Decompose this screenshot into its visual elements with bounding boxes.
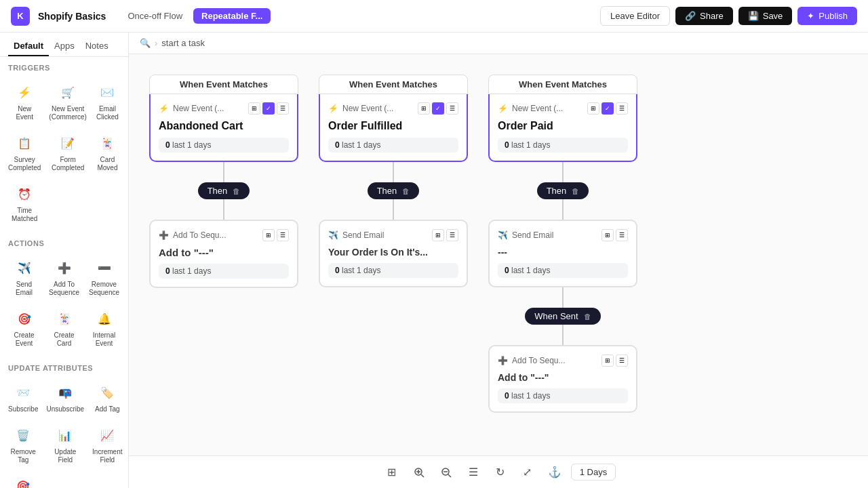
- svg-line-1: [421, 474, 424, 477]
- time-matched-icon: ⏰: [14, 183, 35, 205]
- col3-action-card[interactable]: ✈️ Send Email ⊞ ☰ --- 0 last 1 days: [488, 220, 637, 287]
- breadcrumb: 🔍 › start a task: [129, 33, 868, 54]
- sidebar-item-card-moved[interactable]: 🃏 CardMoved: [92, 128, 123, 176]
- list-view-button[interactable]: ☰: [462, 462, 484, 483]
- col3-then-label[interactable]: Then 🗑: [537, 182, 589, 199]
- breadcrumb-current: start a task: [161, 38, 205, 48]
- sidebar-item-remove-sequence[interactable]: ➖ RemoveSequence: [85, 253, 123, 301]
- mark-goal-icon: 🎯: [12, 475, 34, 488]
- sidebar-nav-default[interactable]: Default: [8, 38, 49, 56]
- sidebar-item-add-to-sequence[interactable]: ➕ Add ToSequence: [45, 253, 83, 301]
- col2-action-body: Your Order Is On It's...: [328, 247, 458, 258]
- col3-final-title: Add To Sequ...: [512, 356, 597, 365]
- col2-trigger-card[interactable]: ⚡ New Event (... ⊞ ✓ ☰ Order Fulfilled: [319, 94, 468, 162]
- col1-trash-icon: 🗑: [233, 187, 240, 195]
- grid-view-button[interactable]: ⊞: [381, 462, 403, 483]
- sidebar-item-new-event[interactable]: ⚡ NewEvent: [5, 77, 43, 125]
- flow-canvas[interactable]: When Event Matches ⚡ New Event (... ⊞ ✓ …: [129, 54, 868, 455]
- col1-copy-btn[interactable]: ⊞: [248, 102, 260, 115]
- search-icon[interactable]: 🔍: [140, 38, 151, 48]
- col3-action-title: Send Email: [512, 230, 597, 240]
- col2-menu-btn[interactable]: ☰: [446, 102, 458, 115]
- sidebar-item-form-completed[interactable]: 📝 FormCompleted: [46, 128, 90, 176]
- sidebar-item-survey-completed[interactable]: 📋 SurveyCompleted: [5, 128, 43, 176]
- col2-action-title: Send Email: [342, 230, 428, 240]
- col2-edit-btn[interactable]: ✓: [432, 102, 444, 115]
- col2-connector-bottom: [393, 199, 394, 220]
- sidebar-nav-notes[interactable]: Notes: [80, 38, 114, 56]
- topbar: K Shopify Basics Once-off Flow Repeatabl…: [0, 0, 868, 33]
- col1-trigger-card[interactable]: ⚡ New Event (... ⊞ ✓ ☰ Abandoned Cart: [149, 94, 298, 162]
- sidebar-item-new-event-commerce[interactable]: 🛒 New Event(Commerce): [46, 77, 90, 125]
- col1-action-menu-btn[interactable]: ☰: [277, 229, 289, 241]
- svg-line-5: [448, 474, 451, 477]
- sidebar-item-create-card[interactable]: 🃏 CreateCard: [45, 304, 83, 352]
- col2-action-icon: ✈️: [328, 230, 338, 240]
- internal-event-icon: 🔔: [94, 308, 115, 329]
- zoom-out-button[interactable]: [435, 462, 457, 483]
- col3-action-copy-btn[interactable]: ⊞: [601, 229, 614, 241]
- triggers-grid: ⚡ NewEvent 🛒 New Event(Commerce) ✉️ Emai…: [0, 75, 128, 232]
- col1-then-label[interactable]: Then 🗑: [198, 182, 250, 199]
- sidebar-item-mark-goal[interactable]: 🎯 MarkGoal: [5, 471, 41, 488]
- col3-edit-btn[interactable]: ✓: [601, 102, 614, 115]
- sidebar-item-increment-field[interactable]: 📈 IncrementField: [90, 420, 125, 468]
- update-attributes-section-title: Update Attributes: [0, 357, 128, 375]
- unsubscribe-icon: 📭: [54, 382, 76, 403]
- save-button[interactable]: 💾 Save: [738, 7, 793, 25]
- col3-action-menu-btn[interactable]: ☰: [616, 229, 628, 241]
- zoom-in-button[interactable]: [408, 462, 430, 483]
- col1-edit-btn[interactable]: ✓: [262, 102, 275, 115]
- tab-repeatable[interactable]: Repeatable F...: [193, 8, 271, 24]
- actions-section-title: Actions: [0, 232, 128, 250]
- col1-action-copy-btn[interactable]: ⊞: [262, 229, 275, 241]
- publish-button[interactable]: ✦ Publish: [797, 7, 857, 25]
- col3-final-copy-btn[interactable]: ⊞: [601, 354, 614, 367]
- col3-copy-btn[interactable]: ⊞: [587, 102, 599, 115]
- sidebar-nav-apps[interactable]: Apps: [49, 38, 80, 56]
- rotate-button[interactable]: ↻: [490, 462, 511, 483]
- sidebar-item-remove-tag[interactable]: 🗑️ RemoveTag: [5, 420, 41, 468]
- col3-trigger-card[interactable]: ⚡ New Event (... ⊞ ✓ ☰ Order Paid 0: [488, 94, 637, 162]
- col3-final-menu-btn[interactable]: ☰: [616, 354, 628, 367]
- anchor-button[interactable]: ⚓: [544, 462, 566, 483]
- sidebar-item-internal-event[interactable]: 🔔 InternalEvent: [85, 304, 123, 352]
- timeframe-button[interactable]: 1 Days: [571, 464, 616, 481]
- update-attributes-grid: 📨 Subscribe 📭 Unsubscribe 🏷️ Add Tag 🗑️ …: [0, 375, 128, 488]
- remove-tag-icon: 🗑️: [12, 424, 34, 446]
- col1-menu-btn[interactable]: ☰: [277, 102, 289, 115]
- col1-when-event-header: When Event Matches: [149, 75, 298, 94]
- sidebar-item-time-matched[interactable]: ⏰ TimeMatched: [5, 179, 43, 227]
- col3-final-body: Add to "---": [498, 372, 628, 383]
- col2-action-menu-btn[interactable]: ☰: [446, 229, 458, 241]
- sidebar-item-send-email[interactable]: ✈️ SendEmail: [5, 253, 43, 301]
- sidebar-item-update-field[interactable]: 📊 UpdateField: [43, 420, 87, 468]
- leave-editor-button[interactable]: Leave Editor: [600, 6, 670, 26]
- col1-trigger-stat: 0 last 1 days: [159, 138, 289, 152]
- app-logo: K: [11, 7, 30, 26]
- col3-menu-btn[interactable]: ☰: [616, 102, 628, 115]
- sidebar-item-create-event[interactable]: 🎯 CreateEvent: [5, 304, 43, 352]
- col3-trigger-title: New Event (...: [512, 104, 583, 113]
- connect-button[interactable]: ⤢: [517, 462, 538, 483]
- remove-sequence-icon: ➖: [94, 257, 115, 279]
- new-event-commerce-icon: 🛒: [57, 81, 79, 103]
- col3-when-sent-label[interactable]: When Sent 🗑: [525, 308, 600, 325]
- col2-then-label[interactable]: Then 🗑: [368, 182, 420, 199]
- col2-action-copy-btn[interactable]: ⊞: [432, 229, 444, 241]
- col1-trigger-actions: ⊞ ✓ ☰: [248, 102, 289, 115]
- sidebar-item-subscribe[interactable]: 📨 Subscribe: [5, 378, 41, 418]
- sidebar-item-unsubscribe[interactable]: 📭 Unsubscribe: [43, 378, 87, 418]
- col2-action-card[interactable]: ✈️ Send Email ⊞ ☰ Your Order Is On It's.…: [319, 220, 468, 287]
- col1-action-card[interactable]: ➕ Add To Sequ... ⊞ ☰ Add to "---" 0 l: [149, 220, 298, 288]
- create-card-icon: 🃏: [54, 308, 75, 329]
- col3-final-card[interactable]: ➕ Add To Sequ... ⊞ ☰ Add to "---" 0 l: [488, 345, 637, 413]
- col3-action-body: ---: [498, 247, 628, 258]
- sidebar-item-add-tag[interactable]: 🏷️ Add Tag: [90, 378, 125, 418]
- col2-copy-btn[interactable]: ⊞: [418, 102, 430, 115]
- col1-connector-bottom: [223, 199, 224, 220]
- share-button[interactable]: 🔗 Share: [675, 7, 733, 25]
- col2-when-event-header: When Event Matches: [319, 75, 468, 94]
- sidebar-item-email-clicked[interactable]: ✉️ EmailClicked: [92, 77, 123, 125]
- tab-once-off[interactable]: Once-off Flow: [119, 8, 191, 24]
